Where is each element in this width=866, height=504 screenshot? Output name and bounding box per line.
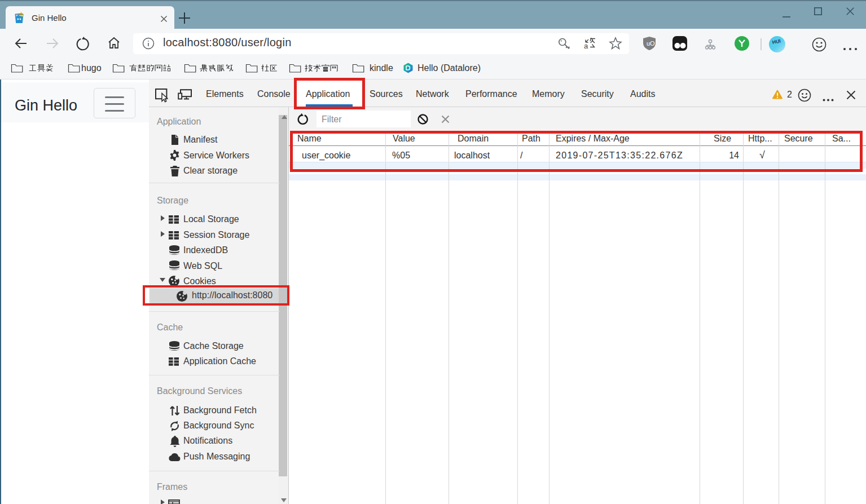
- svg-text:a: a: [584, 42, 588, 50]
- svg-text:uO: uO: [647, 40, 655, 47]
